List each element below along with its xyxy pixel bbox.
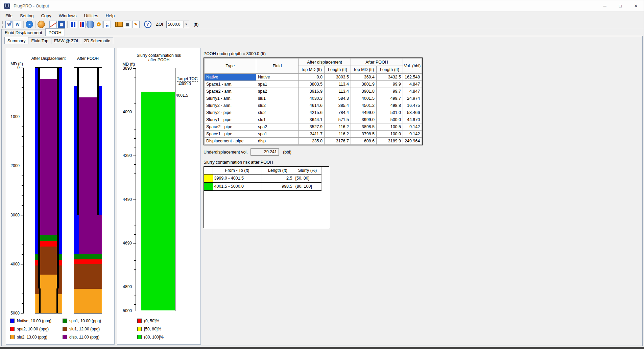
cell[interactable]: spa2 [256,123,299,131]
wellbore-compare-icon[interactable] [78,21,86,28]
cell[interactable]: 249.964 [403,138,422,145]
plug-icon[interactable] [38,21,45,28]
col-vol[interactable]: Vol. (bbl) [403,59,422,74]
cell[interactable]: 99.7 [377,88,403,95]
cell[interactable]: disp [256,138,299,145]
cell[interactable]: 99.9 [377,81,403,88]
cell[interactable]: slu2 [256,102,299,109]
risk-length[interactable]: 2.5 [262,174,294,182]
cell[interactable]: 3801.9 [351,81,377,88]
subtab-emw-zoi[interactable]: EMW @ ZOI [51,38,81,44]
cell[interactable]: 784.4 [325,109,351,116]
cell[interactable]: 498.8 [377,102,403,109]
cell[interactable]: 116.2 [325,123,351,131]
table-row[interactable]: Slurry1 - pipeslu13644.1571.53999.0500.0… [205,116,422,123]
casing-3d-icon[interactable] [87,21,94,28]
cell[interactable]: 501.0 [377,109,403,116]
cell[interactable]: 3644.1 [299,116,325,123]
cell[interactable]: 3189.9 [377,138,403,145]
cell[interactable]: Slurry2 - ann. [205,102,256,109]
cell[interactable]: slu1 [256,95,299,102]
cell[interactable]: 3798.5 [351,131,377,138]
help-icon[interactable] [144,21,151,28]
cell[interactable]: 385.4 [325,102,351,109]
cell[interactable]: 235.0 [299,138,325,145]
table-row[interactable]: Slurry1 - ann.slu14030.3584.34001.5499.7… [205,95,422,102]
cell[interactable]: Space2 - pipe [205,123,256,131]
cell[interactable]: 4499.0 [351,109,377,116]
menu-item-setting[interactable]: Setting [16,12,37,19]
curves-icon[interactable] [103,21,111,28]
subtab-fluid-top[interactable]: Fluid Top [28,38,51,44]
risk-from-to[interactable]: 4001.5 - 5000.0 [213,182,262,190]
table-row[interactable]: Slurry2 - ann.slu24614.6385.44501.2498.8… [205,102,422,109]
cell[interactable]: Space2 - ann. [205,88,256,95]
cell[interactable]: 4030.3 [299,95,325,102]
table-row[interactable]: Space2 - ann.spa23916.9113.43901.899.74.… [205,88,422,95]
cell[interactable]: 9.142 [403,131,422,138]
cell[interactable]: spa1 [256,131,299,138]
risk-col-2[interactable]: Slurry (%) [294,167,321,174]
cell[interactable]: 44.970 [403,116,422,123]
cell[interactable]: Space1 - ann. [205,81,256,88]
menu-item-windows[interactable]: Windows [55,12,80,19]
cell[interactable]: 24.974 [403,95,422,102]
export-word-icon[interactable] [5,21,13,28]
menu-item-copy[interactable]: Copy [37,12,55,19]
cell[interactable]: 3901.8 [351,88,377,95]
table-row[interactable]: Space1 - pipespa13411.7116.23798.5100.09… [205,131,422,138]
cell[interactable]: 4.847 [403,88,422,95]
cell[interactable]: 100.0 [377,131,403,138]
subtab-2d-schematic[interactable]: 2D Schematic [81,38,113,44]
risk-row[interactable]: 4001.5 - 5000.0998.5(80, 100] [204,182,321,190]
menu-item-file[interactable]: File [2,12,16,19]
cell[interactable]: 16.475 [403,102,422,109]
tab-fluid-displacement[interactable]: Fluid Displacement [1,29,46,36]
cell[interactable]: 100.5 [377,123,403,131]
table-row[interactable]: Space2 - pipespa23527.9116.23898.5100.59… [205,123,422,131]
table-row[interactable]: NativeNative0.03803.5369.43432.5162.548 [205,74,422,81]
cell[interactable]: 584.3 [325,95,351,102]
col-length-ap[interactable]: Length (ft) [377,66,403,74]
maximize-button[interactable]: □ [613,0,628,11]
cell[interactable]: spa2 [256,88,299,95]
chevron-down-icon[interactable]: ▼ [183,21,189,28]
risk-from-to[interactable]: 3999.0 - 4001.5 [213,174,262,182]
cell[interactable]: 0.0 [299,74,325,81]
cross-section-icon[interactable] [95,21,102,28]
cell[interactable]: 4614.6 [299,102,325,109]
cell[interactable]: 3916.9 [299,88,325,95]
col-fluid[interactable]: Fluid [256,59,299,74]
notes-icon[interactable] [132,21,140,28]
animation-icon[interactable] [58,21,65,28]
cell[interactable]: 3898.5 [351,123,377,131]
cell[interactable]: 4001.5 [351,95,377,102]
cell[interactable]: 3176.7 [325,138,351,145]
cell[interactable]: 3803.5 [299,81,325,88]
table-row[interactable]: Slurry2 - pipeslu24215.6784.44499.0501.0… [205,109,422,116]
toolbar-grip[interactable] [2,21,4,28]
playback-icon[interactable] [26,21,33,28]
cell[interactable]: 116.2 [325,131,351,138]
cell[interactable]: spa1 [256,81,299,88]
cell[interactable]: Native [205,74,256,81]
cell[interactable]: 4501.2 [351,102,377,109]
wellbore-icon[interactable] [70,21,77,28]
cell[interactable]: 3527.9 [299,123,325,131]
col-top-md-ap[interactable]: Top MD (ft) [351,66,377,74]
cell[interactable]: 500.0 [377,116,403,123]
risk-length[interactable]: 998.5 [262,182,294,190]
cell[interactable]: 3999.0 [351,116,377,123]
col-top-md-ad[interactable]: Top MD (ft) [299,66,325,74]
calculator-icon[interactable] [124,21,131,28]
chart-icon[interactable] [49,21,57,28]
cell[interactable]: 4215.6 [299,109,325,116]
cell[interactable]: 162.548 [403,74,422,81]
col-length-ad[interactable]: Length (ft) [325,66,351,74]
menu-item-help[interactable]: Help [102,12,118,19]
cell[interactable]: 9.142 [403,123,422,131]
cell[interactable]: Slurry1 - pipe [205,116,256,123]
close-button[interactable]: ✕ [628,0,644,11]
cell[interactable]: 113.4 [325,81,351,88]
risk-slurry[interactable]: [50, 80] [294,174,321,182]
